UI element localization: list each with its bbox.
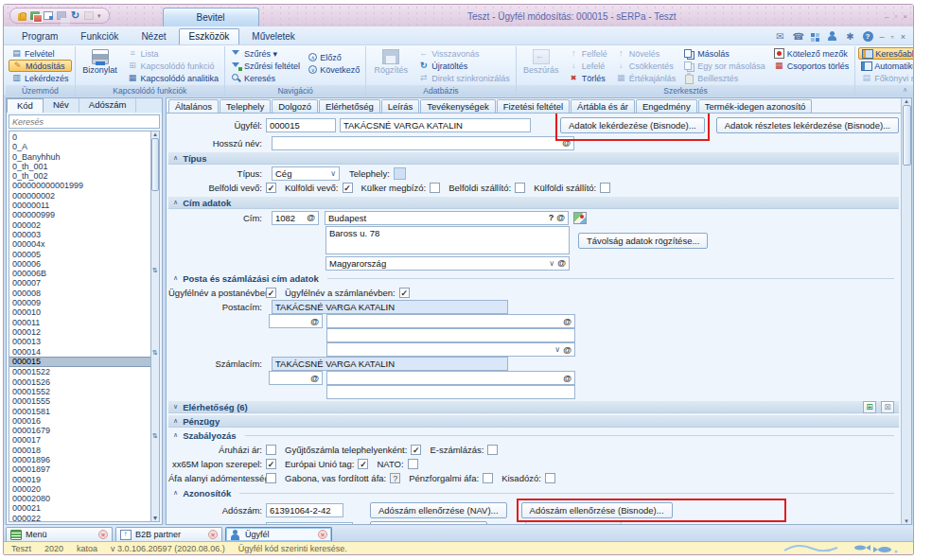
checkbox[interactable] xyxy=(266,445,276,455)
form-tab[interactable]: Fizetési feltétel xyxy=(497,99,570,113)
posta-country-select[interactable]: ∨@ xyxy=(326,342,575,357)
code-list-item[interactable]: 00002080 xyxy=(9,494,150,503)
checkbox[interactable] xyxy=(266,473,276,483)
checkbox-field[interactable]: Pénzforgalmi áfa: xyxy=(409,473,493,483)
checkbox-field[interactable]: NATO: xyxy=(377,459,417,469)
code-list-item[interactable]: 00000011 xyxy=(9,201,150,210)
code-list-item[interactable]: 000022 xyxy=(9,514,150,522)
scrollbar-thumb[interactable] xyxy=(151,138,159,191)
section-penzugy[interactable]: ∧Pénzügy xyxy=(168,414,899,428)
minimize-icon[interactable]: – xyxy=(880,32,885,42)
ribbon-button[interactable]: ∨Következő xyxy=(306,63,362,76)
checkbox[interactable] xyxy=(266,459,276,469)
scroll-bookmark-icon[interactable]: ⇅ xyxy=(152,432,158,440)
task-tab[interactable]: B2B partner ✕ xyxy=(115,527,222,541)
ribbon-button[interactable]: Szűrési feltétel xyxy=(228,60,303,72)
section-posta[interactable]: ∧Posta és számlázási cím adatok xyxy=(168,271,899,285)
checkbox-field[interactable]: Belföldi szállító: xyxy=(448,183,525,193)
checkbox-field[interactable]: Gabona, vas fordított áfa: xyxy=(285,473,400,483)
close-tab-icon[interactable]: ✕ xyxy=(318,530,327,539)
ribbon-big-button[interactable]: Bizonylat xyxy=(79,47,122,75)
code-list-item[interactable]: 00001679 xyxy=(9,426,150,435)
ribbon-button[interactable]: ▤Felvétel xyxy=(9,47,72,60)
ribbon-button[interactable]: ↑Felfelé xyxy=(566,47,610,60)
sidebar-tab[interactable]: Kód xyxy=(7,98,44,113)
code-list-item[interactable]: 000016 xyxy=(9,416,150,426)
ribbon-button[interactable]: Beillesztés xyxy=(681,72,768,84)
code-list-item[interactable]: 00001522 xyxy=(9,367,150,376)
tavolsag-button[interactable]: Távolság adatok rögzítése... xyxy=(578,233,708,249)
gear-icon[interactable]: ✱ xyxy=(845,31,856,42)
ribbon-button[interactable]: ✖Törlés xyxy=(566,72,610,84)
code-list-item[interactable]: 00001526 xyxy=(9,377,150,387)
scroll-bookmark-icon[interactable]: ⇅ xyxy=(152,349,158,357)
ribbon-button[interactable]: Szűrés ▾ xyxy=(228,47,303,60)
checkbox-field[interactable]: Ügyfélnév a postanévben: xyxy=(168,288,276,298)
zip-field[interactable]: 1082@ xyxy=(272,211,319,225)
bisnode-detail-button[interactable]: Adatok részletes lekérdezése (Bisnode)..… xyxy=(716,117,899,133)
checkbox-field[interactable]: Európai Unió tag: xyxy=(285,459,368,469)
checkbox[interactable] xyxy=(430,183,440,193)
scroll-up-icon[interactable]: ▲ xyxy=(904,98,909,104)
checkbox[interactable] xyxy=(399,288,410,298)
section-tipus[interactable]: ∧Típus xyxy=(168,151,899,165)
szamla-city-field[interactable]: @ xyxy=(326,371,575,385)
checkbox-field[interactable]: Belföldi vevő: xyxy=(168,183,276,193)
code-list-item[interactable]: 0_A xyxy=(9,142,150,151)
checkbox-field[interactable]: Kisadózó: xyxy=(501,473,555,483)
ribbon-button[interactable]: ←Visszavonás xyxy=(415,47,513,60)
checkbox[interactable] xyxy=(408,459,418,469)
delete-row-icon[interactable]: ⊠ xyxy=(881,401,894,413)
sidebar-tab[interactable]: Adószám xyxy=(79,98,137,113)
checkbox-field[interactable]: Ügyfélnév a számlanévben: xyxy=(285,288,410,298)
scroll-bookmark-icon[interactable]: ⇅ xyxy=(152,267,158,274)
restore-icon[interactable]: ▫ xyxy=(891,32,894,42)
sidebar-tab[interactable]: Név xyxy=(44,98,79,113)
ribbon-button[interactable]: Keresőablak látszik xyxy=(858,47,914,60)
checkbox[interactable] xyxy=(545,473,555,483)
modules-grid-icon[interactable] xyxy=(811,32,820,42)
ribbon-button[interactable]: ▤Főkönyvi napló xyxy=(858,72,914,84)
form-tab[interactable]: Elérhetőség xyxy=(319,99,380,113)
tipus-select[interactable]: Cég∨ xyxy=(272,166,340,181)
form-tab[interactable]: Tevékenységek xyxy=(420,99,495,113)
mail-icon[interactable]: ✉ xyxy=(775,31,786,42)
checkbox-field[interactable]: Áruházi ár: xyxy=(168,445,276,455)
code-list-item[interactable]: 000000999 xyxy=(9,210,150,219)
code-list-item[interactable]: 0_th_001 xyxy=(9,162,150,171)
code-list-item[interactable]: 000013 xyxy=(9,337,150,346)
ugyfel-name-field[interactable]: TAKÁCSNÉ VARGA KATALIN xyxy=(340,118,531,132)
code-list-item[interactable]: 000005 xyxy=(9,250,150,259)
checkbox-field[interactable]: Külker megbízó: xyxy=(361,183,441,193)
checkbox[interactable] xyxy=(515,183,525,193)
code-list-item[interactable]: 000020 xyxy=(9,484,150,494)
sidebar-scrollbar[interactable]: ▲ ⇅ ⇅ ⇅ ▼ xyxy=(150,131,160,522)
section-elerhetoseg[interactable]: ∨ Elérhetőség (6) ⊞ ⊠ xyxy=(168,400,899,413)
ribbon-button[interactable]: ↓Lefelé xyxy=(566,60,610,72)
form-tab[interactable]: Dolgozó xyxy=(272,99,318,113)
bisnode-query-button[interactable]: Adatok lekérdezése (Bisnode)... xyxy=(560,117,705,133)
city-field[interactable]: Budapest?@ xyxy=(325,211,569,225)
posta-zip-field[interactable]: @ xyxy=(269,314,323,328)
map-icon[interactable] xyxy=(573,212,587,224)
refresh-icon[interactable]: ↻ xyxy=(70,10,80,21)
code-list-item[interactable]: 000003 xyxy=(9,230,150,239)
minimize-icon[interactable]: – xyxy=(885,12,888,21)
ribbon-button[interactable]: ▦Csoportos törlés xyxy=(771,60,853,72)
checkbox-field[interactable]: E-számlázás: xyxy=(430,445,498,455)
menu-tab[interactable]: Program xyxy=(11,28,68,44)
ribbon-button[interactable]: ▥Lekérdezés xyxy=(9,72,72,84)
menu-tab[interactable]: Eszközök xyxy=(179,28,240,44)
hosszu-nev-field[interactable]: @ xyxy=(272,136,574,150)
country-select[interactable]: Magyarország∨@ xyxy=(325,256,570,271)
ribbon-button[interactable]: Keresés xyxy=(228,72,303,84)
code-list-item[interactable]: 000021 xyxy=(9,503,150,513)
adoszam-bisnode-button[interactable]: Adószám ellenőrzése (Bisnode)... xyxy=(521,502,673,518)
posta-city-field[interactable]: @ xyxy=(326,314,575,328)
menu-tab[interactable]: Műveletek xyxy=(241,28,306,44)
form-tab[interactable]: Telephely xyxy=(220,99,271,113)
ribbon-collapse-icon[interactable]: ∧ xyxy=(903,86,907,94)
form-tab[interactable]: Engedmény xyxy=(636,99,697,113)
code-list-item[interactable]: 00001896 xyxy=(9,455,150,464)
code-list-item[interactable]: 00001897 xyxy=(9,464,150,474)
